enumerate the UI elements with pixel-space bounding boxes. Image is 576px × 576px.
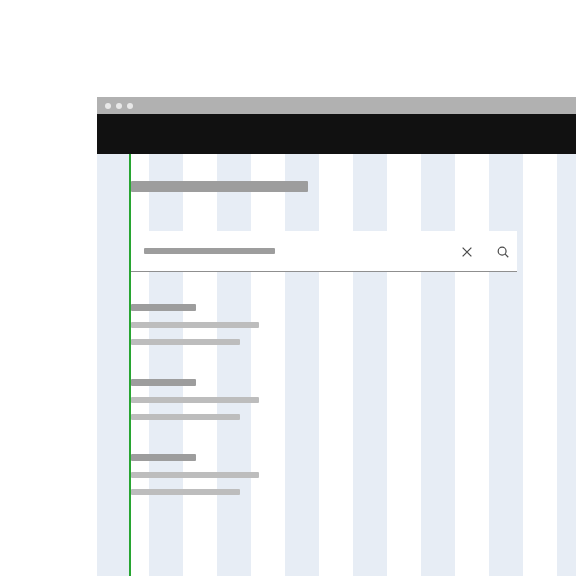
search-input[interactable] bbox=[144, 248, 275, 254]
list-item[interactable] bbox=[131, 304, 517, 345]
result-line-2 bbox=[131, 489, 240, 495]
result-line-2 bbox=[131, 414, 240, 420]
results-list bbox=[131, 304, 517, 495]
result-line-1 bbox=[131, 397, 259, 403]
result-title bbox=[131, 454, 196, 461]
result-line-2 bbox=[131, 339, 240, 345]
result-title bbox=[131, 379, 196, 386]
browser-window: Clear Search bbox=[97, 97, 576, 576]
traffic-light-zoom-icon[interactable] bbox=[127, 103, 133, 109]
result-line-1 bbox=[131, 472, 259, 478]
search-icon[interactable]: Search bbox=[495, 244, 511, 260]
page-title bbox=[131, 181, 308, 192]
traffic-light-minimize-icon[interactable] bbox=[116, 103, 122, 109]
page-body: Clear Search bbox=[97, 154, 576, 576]
window-titlebar bbox=[97, 97, 576, 114]
search-underline bbox=[131, 271, 517, 272]
app-header bbox=[97, 114, 576, 154]
list-item[interactable] bbox=[131, 379, 517, 420]
list-item[interactable] bbox=[131, 454, 517, 495]
search-bar: Clear Search bbox=[131, 231, 517, 272]
svg-point-0 bbox=[498, 247, 506, 255]
traffic-light-close-icon[interactable] bbox=[105, 103, 111, 109]
result-line-1 bbox=[131, 322, 259, 328]
result-title bbox=[131, 304, 196, 311]
close-icon[interactable]: Clear bbox=[459, 244, 475, 260]
